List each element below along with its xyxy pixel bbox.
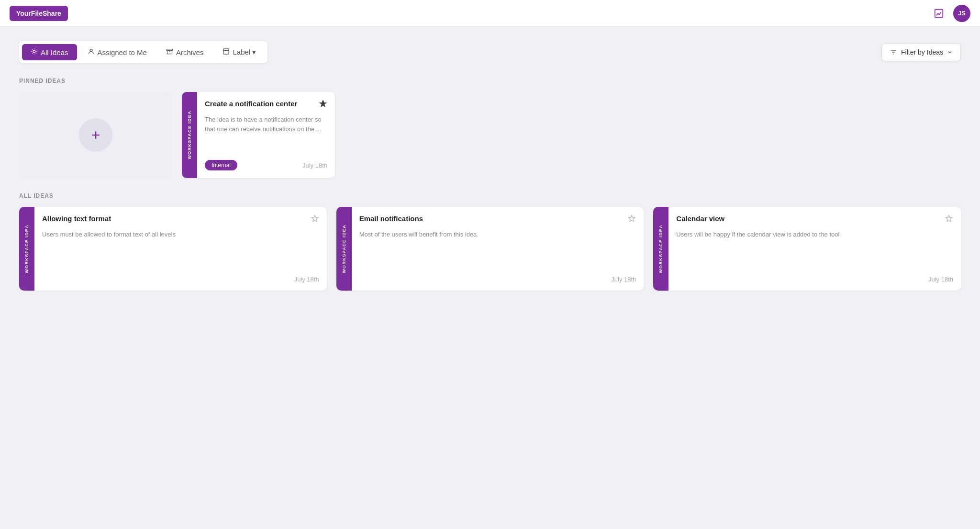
filter-icon xyxy=(890,48,897,56)
add-idea-card[interactable]: + xyxy=(19,92,172,178)
text-format-date: July 18th xyxy=(294,276,319,283)
idea-card-text-format: WORKSPACE IDEA Allowing text format xyxy=(19,207,327,291)
text-format-body: Allowing text format Users must be allow… xyxy=(34,207,327,291)
calendar-sidebar-text: WORKSPACE IDEA xyxy=(658,225,663,273)
pinned-card-title: Create a notification center xyxy=(205,100,319,108)
tab-label-label: Label ▾ xyxy=(233,48,256,56)
tab-archives-label: Archives xyxy=(176,48,204,56)
chevron-down-icon xyxy=(947,49,953,55)
svg-rect-0 xyxy=(935,9,943,17)
svg-point-1 xyxy=(33,50,35,53)
tabs-bar: All Ideas Assigned to Me xyxy=(19,41,961,63)
email-footer: July 18th xyxy=(359,276,636,283)
pinned-section: PINNED IDEAS + WORKSPACE IDEA Create a n… xyxy=(19,78,961,178)
chart-icon[interactable] xyxy=(930,5,947,22)
filter-button[interactable]: Filter by Ideas xyxy=(881,43,961,61)
text-format-sidebar: WORKSPACE IDEA xyxy=(19,207,34,291)
main-content: All Ideas Assigned to Me xyxy=(0,27,980,319)
email-body: Email notifications Most of the users wi… xyxy=(352,207,644,291)
pinned-card-desc: The idea is to have a notification cente… xyxy=(205,115,327,134)
pinned-card-badge[interactable]: Internal xyxy=(205,160,237,170)
tab-assigned[interactable]: Assigned to Me xyxy=(79,44,156,60)
pinned-card-sidebar-text: WORKSPACE IDEA xyxy=(187,111,192,159)
tab-all-ideas-label: All Ideas xyxy=(41,48,68,56)
all-ideas-section: ALL IDEAS WORKSPACE IDEA Allowing text f… xyxy=(19,192,961,291)
email-pin-icon[interactable] xyxy=(627,214,636,225)
all-ideas-icon xyxy=(31,48,38,56)
calendar-desc: Users will be happy if the calendar view… xyxy=(676,230,953,239)
text-format-footer: July 18th xyxy=(42,276,319,283)
text-format-desc: Users must be allowed to format text of … xyxy=(42,230,319,239)
plus-icon: + xyxy=(91,126,100,144)
email-sidebar-text: WORKSPACE IDEA xyxy=(342,225,346,273)
user-avatar[interactable]: JS xyxy=(953,5,970,22)
header-right: JS xyxy=(930,5,970,22)
calendar-footer: July 18th xyxy=(676,276,953,283)
archives-icon xyxy=(166,48,173,56)
idea-card-email: WORKSPACE IDEA Email notifications M xyxy=(336,207,644,291)
all-ideas-section-label: ALL IDEAS xyxy=(19,192,961,199)
pinned-cards-row: + WORKSPACE IDEA Create a notification c… xyxy=(19,92,961,178)
logo-button[interactable]: YourFileShare xyxy=(10,6,68,21)
calendar-date: July 18th xyxy=(928,276,953,283)
pin-filled-icon[interactable] xyxy=(319,100,327,110)
pinned-card-header: Create a notification center xyxy=(205,100,327,110)
email-desc: Most of the users will benefit from this… xyxy=(359,230,636,239)
text-format-sidebar-text: WORKSPACE IDEA xyxy=(24,225,29,273)
calendar-title: Calendar view xyxy=(676,214,945,223)
pinned-section-label: PINNED IDEAS xyxy=(19,78,961,84)
calendar-body: Calendar view Users will be happy if the… xyxy=(668,207,961,291)
text-format-title: Allowing text format xyxy=(42,214,311,223)
email-sidebar: WORKSPACE IDEA xyxy=(336,207,352,291)
tab-archives[interactable]: Archives xyxy=(157,44,212,60)
text-format-pin-icon[interactable] xyxy=(311,214,319,225)
tab-label[interactable]: Label ▾ xyxy=(214,44,265,60)
label-icon xyxy=(223,48,230,56)
tabs-container: All Ideas Assigned to Me xyxy=(19,41,267,63)
add-circle: + xyxy=(79,118,112,152)
app-header: YourFileShare JS xyxy=(0,0,980,27)
email-title: Email notifications xyxy=(359,214,628,223)
assigned-icon xyxy=(88,48,95,56)
tab-assigned-label: Assigned to Me xyxy=(98,48,147,56)
email-header: Email notifications xyxy=(359,214,636,225)
pinned-card-body: Create a notification center The idea is… xyxy=(197,92,335,178)
text-format-header: Allowing text format xyxy=(42,214,319,225)
filter-label: Filter by Ideas xyxy=(901,48,943,56)
pinned-card-sidebar: WORKSPACE IDEA xyxy=(182,92,197,178)
calendar-sidebar: WORKSPACE IDEA xyxy=(653,207,668,291)
pinned-card-date: July 18th xyxy=(302,162,327,169)
svg-rect-4 xyxy=(223,49,229,54)
email-date: July 18th xyxy=(611,276,636,283)
svg-rect-3 xyxy=(167,49,173,51)
idea-card-calendar: WORKSPACE IDEA Calendar view Users w xyxy=(653,207,961,291)
svg-point-2 xyxy=(90,49,92,52)
tab-all-ideas[interactable]: All Ideas xyxy=(22,44,77,60)
all-ideas-cards-row: WORKSPACE IDEA Allowing text format xyxy=(19,207,961,291)
pinned-idea-card: WORKSPACE IDEA Create a notification cen… xyxy=(182,92,335,178)
calendar-header: Calendar view xyxy=(676,214,953,225)
pinned-card-footer: Internal July 18th xyxy=(205,160,327,170)
calendar-pin-icon[interactable] xyxy=(945,214,953,225)
